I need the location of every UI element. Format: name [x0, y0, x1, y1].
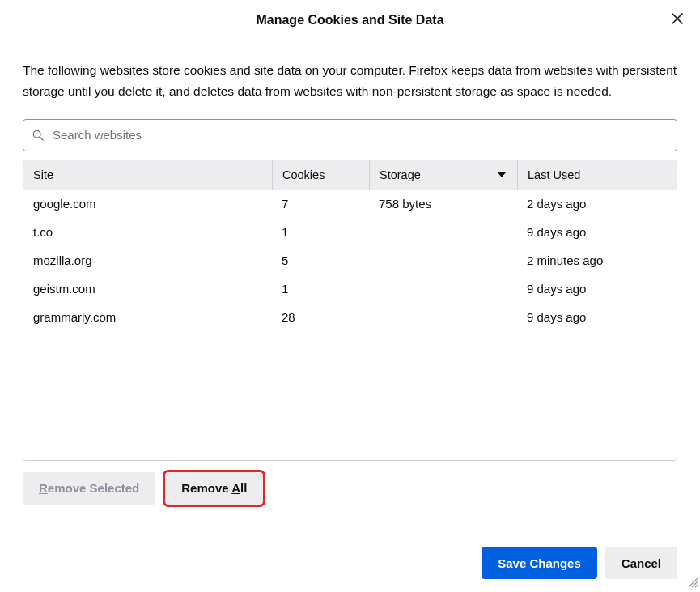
- cell-last-used: 9 days ago: [517, 225, 677, 239]
- cell-site: t.co: [23, 225, 272, 239]
- dialog-footer: Save Changes Cancel: [482, 547, 677, 579]
- table-row[interactable]: google.com7758 bytes2 days ago: [23, 190, 677, 218]
- mnemonic: A: [231, 481, 240, 495]
- titlebar: Manage Cookies and Site Data: [0, 0, 700, 40]
- dialog-content: The following websites store cookies and…: [0, 40, 700, 505]
- cell-site: grammarly.com: [23, 310, 272, 324]
- column-label: Last Used: [528, 168, 580, 181]
- cell-last-used: 9 days ago: [517, 310, 677, 324]
- cell-cookies: 1: [272, 225, 369, 239]
- column-header-storage[interactable]: Storage: [369, 160, 517, 190]
- remove-all-button[interactable]: Remove All: [165, 472, 263, 505]
- sort-indicator-desc-icon: [498, 172, 506, 177]
- close-button[interactable]: [668, 11, 687, 30]
- cell-cookies: 5: [272, 253, 369, 267]
- table-row[interactable]: grammarly.com289 days ago: [23, 303, 677, 331]
- search-field-wrap: [23, 119, 677, 151]
- cell-site: mozilla.org: [23, 253, 272, 267]
- column-header-site[interactable]: Site: [23, 160, 272, 190]
- cell-last-used: 9 days ago: [517, 282, 677, 296]
- cell-last-used: 2 minutes ago: [517, 253, 677, 267]
- cell-last-used: 2 days ago: [517, 197, 677, 211]
- svg-line-6: [695, 585, 698, 587]
- remove-selected-button[interactable]: Remove Selected: [23, 472, 155, 505]
- column-label: Cookies: [282, 168, 325, 181]
- table-header: Site Cookies Storage Last Used: [23, 160, 677, 190]
- search-input[interactable]: [23, 119, 677, 151]
- close-icon: [671, 12, 684, 28]
- cell-cookies: 28: [272, 310, 369, 324]
- mnemonic: R: [39, 481, 48, 495]
- save-changes-button[interactable]: Save Changes: [482, 547, 597, 579]
- table-body: google.com7758 bytes2 days agot.co19 day…: [23, 190, 677, 460]
- cancel-button[interactable]: Cancel: [605, 547, 677, 579]
- cell-cookies: 1: [272, 282, 369, 296]
- table-row[interactable]: geistm.com19 days ago: [23, 275, 677, 303]
- label-rest: ll: [240, 481, 247, 495]
- cell-site: google.com: [23, 197, 272, 211]
- cell-site: geistm.com: [23, 282, 272, 296]
- column-label: Site: [33, 168, 53, 181]
- cell-cookies: 7: [272, 197, 369, 211]
- column-label: Storage: [380, 168, 421, 181]
- dialog-title: Manage Cookies and Site Data: [256, 13, 443, 28]
- sites-table: Site Cookies Storage Last Used google.co…: [23, 160, 677, 461]
- cell-storage: 758 bytes: [369, 197, 517, 211]
- resize-grip-icon[interactable]: [685, 575, 698, 590]
- column-header-cookies[interactable]: Cookies: [272, 160, 369, 190]
- label-prefix: Remove: [181, 481, 231, 495]
- table-row[interactable]: mozilla.org52 minutes ago: [23, 246, 677, 275]
- column-header-last-used[interactable]: Last Used: [517, 160, 677, 190]
- table-row[interactable]: t.co19 days ago: [23, 218, 677, 246]
- label-rest: emove Selected: [48, 481, 139, 495]
- description-text: The following websites store cookies and…: [23, 60, 677, 103]
- action-row: Remove Selected Remove All: [23, 472, 677, 505]
